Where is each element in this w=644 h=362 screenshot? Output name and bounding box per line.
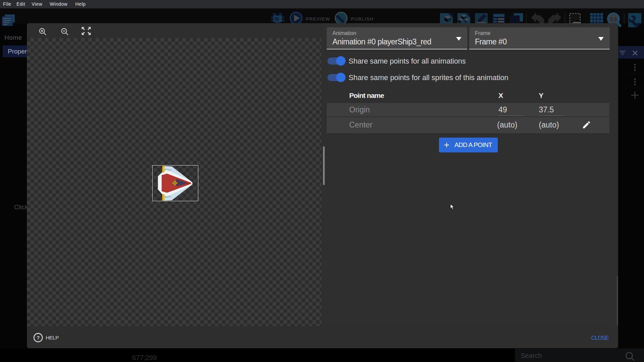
svg-text:1:1: 1:1 — [610, 16, 617, 22]
svg-text:?: ? — [37, 335, 40, 340]
